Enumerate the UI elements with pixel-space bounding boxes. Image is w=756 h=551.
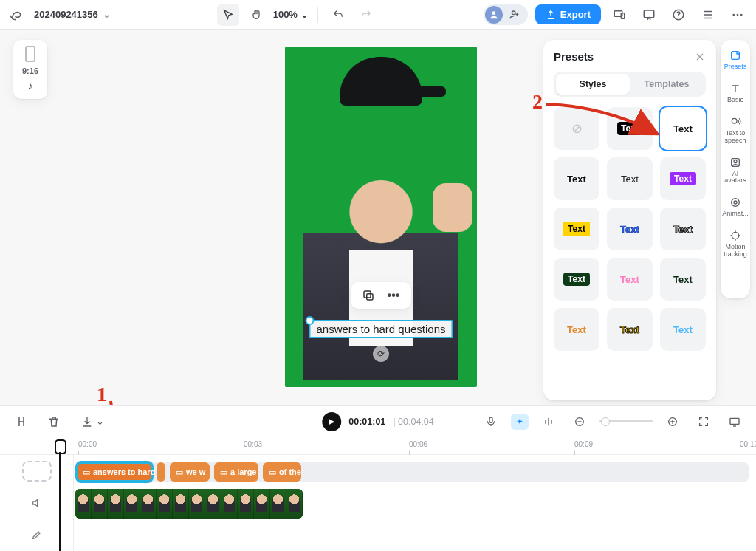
tab-styles[interactable]: Styles [556, 74, 630, 95]
sync-icon[interactable]: ⟳ [373, 346, 389, 362]
rail-presets[interactable]: Presets [722, 47, 749, 73]
video-preview[interactable]: ••• answers to hard questions ⟳ [285, 47, 477, 387]
more-icon[interactable]: ••• [386, 288, 401, 303]
subtitle-track[interactable]: ▭answers to hard ▭we w ▭a large ▭of the [74, 459, 756, 485]
target-icon [729, 230, 741, 242]
preset-green-chip[interactable]: Text [554, 258, 599, 301]
snap-icon[interactable] [537, 411, 560, 433]
subtitles-track-icon[interactable] [0, 455, 73, 487]
download-button[interactable]: ⌄ [75, 411, 110, 433]
text-context-toolbar[interactable]: ••• [351, 282, 411, 309]
delete-button[interactable] [43, 411, 65, 433]
hand-tool-button[interactable] [245, 4, 267, 26]
add-collaborator-icon[interactable] [506, 6, 523, 24]
preset-cyan[interactable]: Text [660, 308, 706, 351]
cursor-tool-button[interactable] [217, 4, 239, 26]
tick: 00:09 [574, 440, 593, 448]
annotation-1: 1 [97, 384, 107, 405]
audio-track-icon[interactable] [0, 487, 73, 519]
rail-tts[interactable]: Text to speech [722, 114, 749, 147]
preset-bold-outline[interactable]: Text [554, 157, 599, 200]
svg-point-17 [732, 233, 738, 239]
preset-heavy-green[interactable]: Text [660, 258, 706, 301]
tab-templates[interactable]: Templates [630, 74, 704, 95]
monitor-icon[interactable] [724, 411, 746, 433]
play-button[interactable]: ▶ [322, 412, 341, 431]
preset-yellow-outline[interactable]: Text [607, 308, 653, 351]
aspect-tray[interactable]: 9:16 ♪ [13, 40, 47, 99]
edit-track-icon[interactable] [0, 519, 73, 551]
redo-button[interactable] [355, 4, 377, 26]
help-icon[interactable] [667, 4, 690, 26]
svg-rect-11 [732, 52, 740, 60]
mic-icon[interactable] [480, 411, 502, 433]
svg-point-6 [732, 13, 735, 16]
preset-black-chip[interactable]: Text [607, 107, 653, 150]
caption-text: answers to hard questions [316, 323, 445, 335]
avatar-icon [729, 157, 741, 168]
feedback-icon[interactable] [638, 4, 660, 26]
project-title[interactable]: 202409241356 ⌄ [34, 9, 111, 20]
presets-panel: Presets Styles Templates ⊘ Text Text Tex… [543, 40, 716, 400]
svg-point-15 [732, 199, 740, 207]
duration: | 00:04:04 [393, 417, 433, 427]
video-track[interactable] [74, 487, 756, 520]
svg-rect-18 [489, 417, 492, 422]
caption-overlay[interactable]: answers to hard questions [309, 320, 453, 338]
collaborators[interactable] [484, 4, 528, 25]
tick: 00:00 [78, 440, 97, 448]
none-icon: ⊘ [571, 120, 583, 137]
chevron-down-icon: ⌄ [300, 9, 309, 20]
fit-icon[interactable] [693, 411, 715, 433]
zoom-in-icon[interactable] [662, 411, 684, 433]
svg-point-0 [492, 11, 495, 15]
close-icon[interactable] [694, 51, 706, 63]
preset-purple-chip[interactable]: Text [660, 157, 706, 200]
rail-avatars[interactable]: AI avatars [722, 154, 749, 188]
devices-icon[interactable] [608, 4, 630, 26]
subtitle-clip-5[interactable]: ▭of the [263, 462, 301, 482]
zoom-out-icon[interactable] [568, 411, 591, 433]
resize-handle[interactable] [305, 316, 314, 325]
track-headers [0, 455, 74, 551]
preset-blue-outline[interactable]: Text [607, 208, 653, 250]
export-button[interactable]: Export [535, 4, 601, 24]
right-rail: Presets Basic Text to speech AI avatars … [721, 40, 750, 298]
tick: 00:12 [740, 440, 756, 448]
presets-title: Presets [554, 50, 594, 63]
rail-motion[interactable]: Motion tracking [722, 227, 749, 261]
preset-yellow-chip[interactable]: Text [554, 208, 599, 250]
subtitle-clip-4[interactable]: ▭a large [214, 462, 258, 482]
zoom-slider[interactable] [599, 420, 653, 422]
subtitle-clip-3[interactable]: ▭we w [170, 462, 210, 482]
zoom-dropdown[interactable]: 100% ⌄ [273, 9, 309, 20]
annotation-2: 2 [532, 92, 543, 112]
svg-rect-21 [730, 418, 739, 424]
preset-thin[interactable]: Text [607, 157, 653, 200]
preset-none[interactable]: ⊘ [554, 107, 599, 150]
aspect-label: 9:16 [22, 66, 38, 75]
export-button-label: Export [560, 9, 591, 20]
rail-animation[interactable]: Animat... [722, 194, 749, 220]
subtitle-clip-1[interactable]: ▭answers to hard [77, 462, 152, 482]
undo-button[interactable] [327, 4, 349, 26]
preset-pink[interactable]: Text [607, 258, 653, 301]
preset-plain-selected[interactable]: Text [660, 107, 706, 150]
preset-white-outline[interactable]: Text [660, 208, 706, 250]
app-logo-icon[interactable] [4, 4, 27, 26]
timeline-ruler[interactable]: 00:00 00:03 00:06 00:09 00:12 [0, 437, 756, 455]
split-button[interactable] [10, 411, 32, 433]
layout-icon[interactable] [697, 4, 719, 26]
tiktok-icon[interactable]: ♪ [28, 80, 33, 92]
svg-point-8 [740, 13, 743, 16]
more-icon[interactable] [726, 4, 749, 26]
tick: 00:06 [409, 440, 427, 448]
svg-point-7 [737, 13, 739, 16]
rail-basic[interactable]: Basic [722, 81, 749, 106]
video-clip[interactable] [75, 489, 303, 519]
subtitle-clip-2[interactable] [157, 462, 165, 482]
animation-icon [729, 196, 741, 208]
preset-orange[interactable]: Text [554, 308, 599, 351]
ai-chip-icon[interactable]: ✦ [511, 414, 529, 430]
duplicate-icon[interactable] [361, 288, 376, 303]
